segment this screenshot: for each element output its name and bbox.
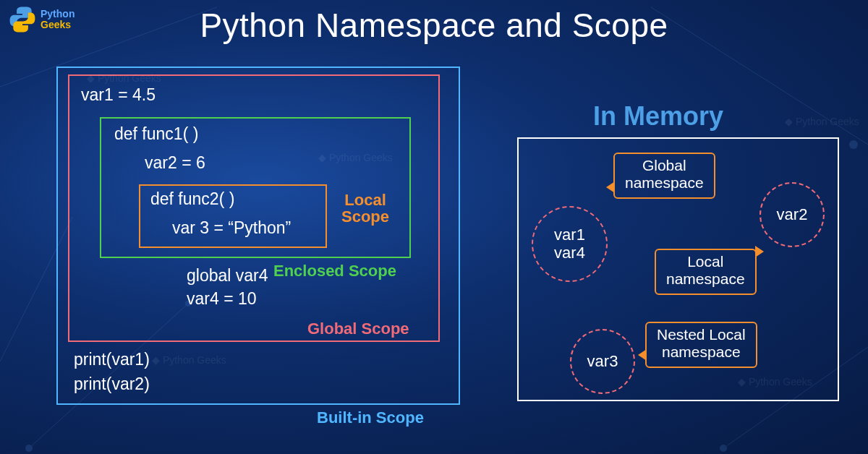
callout-global-namespace: Global namespace	[613, 153, 715, 199]
memory-bubble-nested: var3	[570, 329, 635, 394]
callout-nested-local-namespace: Nested Local namespace	[645, 322, 757, 368]
code-var3: var 3 = “Python”	[172, 218, 291, 238]
code-var4: var4 = 10	[187, 289, 257, 309]
bubble-a-line1: var1	[554, 226, 585, 244]
bubble-b-text: var2	[777, 206, 808, 223]
code-var1: var1 = 4.5	[81, 85, 156, 105]
label-global-scope: Global Scope	[307, 320, 409, 338]
callout-local-namespace: Local namespace	[655, 249, 757, 295]
label-local-scope: Local Scope	[341, 192, 389, 225]
memory-bubble-local: var2	[760, 182, 825, 247]
bubble-a-line2: var4	[554, 244, 585, 262]
code-def1: def func1( )	[114, 124, 198, 144]
code-var2: var2 = 6	[145, 153, 205, 173]
code-global-var4: global var4	[187, 266, 268, 286]
code-print1: print(var1)	[74, 350, 150, 369]
watermark: ◆ Python Geeks	[785, 116, 859, 127]
memory-bubble-global: var1 var4	[532, 206, 608, 282]
label-enclosed-scope: Enclosed Scope	[273, 262, 396, 280]
bubble-c-text: var3	[587, 353, 618, 370]
memory-title: In Memory	[593, 101, 723, 132]
code-print2: print(var2)	[74, 374, 150, 394]
label-builtin-scope: Built-in Scope	[317, 408, 424, 427]
code-def2: def func2( )	[150, 189, 234, 209]
